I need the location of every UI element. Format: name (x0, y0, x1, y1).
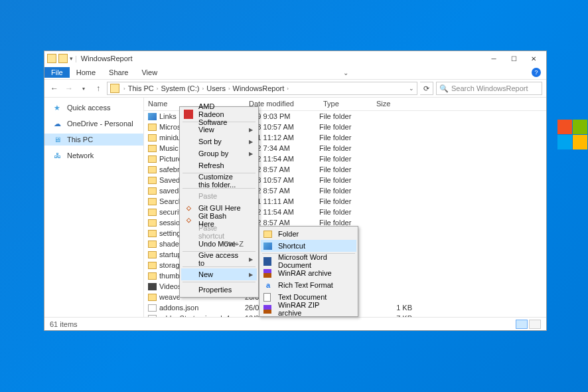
close-button[interactable]: ✕ (524, 52, 544, 65)
search-placeholder: Search WindowsReport (451, 84, 528, 92)
menu-item-view[interactable]: View▶ (181, 124, 257, 136)
folder-icon (148, 155, 157, 163)
context-submenu-new: FolderShortcutMicrosoft Word DocumentWin… (259, 226, 358, 317)
menu-item-shortcut[interactable]: Shortcut (261, 240, 356, 252)
menu-item-refresh[interactable]: Refresh (181, 159, 257, 171)
git-icon: ◇ (184, 215, 193, 225)
folder-icon (148, 124, 157, 131)
video-icon (148, 283, 157, 290)
tab-file[interactable]: File (44, 67, 70, 78)
chevron-right-icon: ▶ (249, 139, 253, 145)
folder-icon (148, 219, 157, 227)
txt-icon (263, 293, 271, 302)
menu-item-properties[interactable]: Properties (181, 284, 257, 296)
chevron-right-icon: ▶ (249, 256, 253, 262)
folder-icon (148, 230, 157, 237)
up-button[interactable]: ↑ (92, 82, 104, 94)
folder-icon (148, 177, 157, 184)
refresh-button[interactable]: ⟳ (420, 82, 433, 95)
rar-icon (263, 269, 271, 278)
red-icon (184, 110, 193, 119)
recent-dropdown[interactable]: ▾ (78, 82, 90, 94)
folder-icon (58, 54, 68, 63)
breadcrumb-item[interactable]: This PC (128, 84, 154, 92)
titlebar[interactable]: ▾ | WindowsReport ─ ☐ ✕ (44, 51, 546, 66)
menu-item-paste-shortcut: Paste shortcut (181, 226, 257, 238)
folder-icon (148, 134, 157, 142)
help-icon[interactable]: ? (532, 68, 541, 77)
tab-share[interactable]: Share (102, 67, 135, 78)
sidebar-this-pc[interactable]: 🖥This PC (44, 134, 143, 146)
word-icon (263, 257, 271, 266)
menu-item-undo-move[interactable]: Undo MoveCtrl+Z (181, 238, 257, 250)
folder-icon (47, 54, 56, 63)
menu-item-microsoft-word-document[interactable]: Microsoft Word Document (261, 255, 356, 267)
chevron-right-icon: ▶ (249, 151, 253, 157)
sidebar-onedrive[interactable]: ☁OneDrive - Personal (44, 118, 143, 130)
git-icon: ◇ (184, 203, 193, 213)
chevron-right-icon: ▶ (249, 272, 253, 278)
menu-item-give-access-to[interactable]: Give access to▶ (181, 253, 257, 265)
zip-icon (263, 305, 271, 314)
menu-item-folder[interactable]: Folder (261, 228, 356, 240)
search-input[interactable]: 🔍 Search WindowsReport (436, 82, 542, 95)
sidebar-network[interactable]: 🖧Network (44, 149, 143, 161)
tab-view[interactable]: View (135, 67, 164, 78)
breadcrumb-item[interactable]: System (C:) (161, 84, 199, 92)
view-icons-button[interactable] (529, 320, 541, 329)
col-type[interactable]: Type (319, 98, 372, 110)
menu-item-winrar-zip-archive[interactable]: WinRAR ZIP archive (261, 303, 356, 315)
folder-icon (148, 272, 157, 280)
chevron-right-icon: ▶ (249, 127, 253, 133)
link-icon (148, 113, 157, 120)
tab-home[interactable]: Home (70, 67, 102, 78)
navbar: ← → ▾ ↑ › This PC› System (C:)› Users› W… (44, 79, 546, 98)
folder-icon (148, 294, 157, 301)
menu-item-sort-by[interactable]: Sort by▶ (181, 136, 257, 147)
network-icon: 🖧 (54, 151, 63, 159)
folder-icon (148, 198, 157, 205)
rtf-icon: a (263, 280, 273, 290)
maximize-button[interactable]: ☐ (504, 52, 524, 65)
ribbon-expand[interactable]: ⌄ (343, 69, 348, 76)
status-text: 61 items (50, 320, 78, 328)
pc-icon: 🖥 (54, 136, 63, 144)
breadcrumb-item[interactable]: WindowsReport (233, 84, 285, 92)
folder-icon (148, 251, 157, 258)
star-icon: ★ (54, 104, 63, 112)
statusbar: 61 items (44, 317, 546, 330)
folder-icon (148, 166, 157, 173)
folder-icon (148, 241, 157, 248)
windows-accent (557, 120, 588, 226)
folder-icon (148, 145, 157, 152)
forward-button[interactable]: → (63, 82, 75, 94)
sidebar: ★Quick access ☁OneDrive - Personal 🖥This… (44, 98, 144, 317)
folder-icon (263, 231, 272, 238)
menu-item-customize-this-folder-[interactable]: Customize this folder... (181, 175, 257, 187)
file-icon (148, 315, 157, 318)
search-icon: 🔍 (439, 84, 449, 93)
col-size[interactable]: Size (372, 98, 412, 110)
context-menu: AMD Radeon SoftwareView▶Sort by▶Group by… (179, 106, 259, 298)
shortcut-icon (263, 243, 272, 250)
cloud-icon: ☁ (54, 120, 63, 128)
menu-item-rich-text-format[interactable]: aRich Text Format (261, 279, 356, 291)
folder-icon (148, 187, 157, 195)
menu-item-winrar-archive[interactable]: WinRAR archive (261, 267, 356, 279)
minimize-button[interactable]: ─ (484, 52, 504, 65)
breadcrumb-dropdown[interactable]: ⌄ (409, 85, 414, 92)
window-title: WindowsReport (81, 54, 133, 62)
folder-icon (148, 209, 157, 216)
view-details-button[interactable] (516, 320, 528, 329)
back-button[interactable]: ← (48, 82, 60, 94)
breadcrumb-item[interactable]: Users (206, 84, 226, 92)
menu-item-group-by[interactable]: Group by▶ (181, 147, 257, 159)
folder-icon (110, 84, 119, 93)
folder-icon (148, 262, 157, 269)
file-icon (148, 304, 157, 312)
qa-dropdown[interactable]: ▾ (70, 55, 73, 62)
menu-item-amd-radeon-software[interactable]: AMD Radeon Software (181, 108, 257, 120)
breadcrumb[interactable]: › This PC› System (C:)› Users› WindowsRe… (107, 82, 417, 95)
sidebar-quick-access[interactable]: ★Quick access (44, 102, 143, 114)
menu-item-new[interactable]: New▶ (181, 268, 257, 280)
